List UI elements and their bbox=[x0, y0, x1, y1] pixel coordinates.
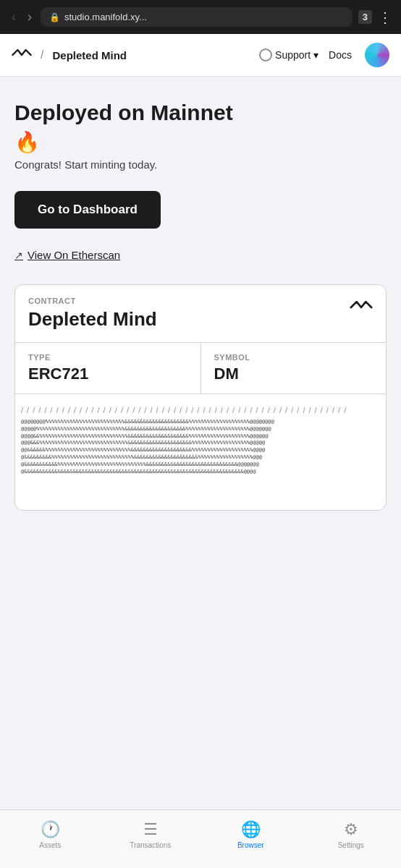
app-header: / Depleted Mind Support ▾ Docs bbox=[0, 34, 401, 77]
congrats-text: Congrats! Start minting today. bbox=[14, 158, 387, 171]
symbol-cell: SYMBOL DM bbox=[201, 343, 387, 393]
support-button[interactable]: Support ▾ bbox=[259, 48, 318, 61]
contract-details: TYPE ERC721 SYMBOL DM bbox=[15, 343, 386, 394]
manifold-logo bbox=[12, 48, 32, 62]
type-label: TYPE bbox=[28, 353, 187, 362]
transactions-label: Transactions bbox=[130, 841, 171, 849]
browser-label: Browser bbox=[237, 841, 264, 849]
contract-header: CONTRACT Depleted Mind bbox=[15, 285, 386, 343]
nav-item-assets[interactable]: 🕐Assets bbox=[0, 816, 101, 854]
tab-count[interactable]: 3 bbox=[358, 10, 372, 24]
nav-item-browser[interactable]: 🌐Browser bbox=[200, 816, 301, 854]
nav-item-settings[interactable]: ⚙Settings bbox=[301, 816, 402, 854]
transactions-icon: ☰ bbox=[143, 820, 158, 839]
fire-emoji: 🔥 bbox=[14, 130, 387, 154]
manifold-logo-card bbox=[350, 299, 373, 315]
project-name: Depleted Mind bbox=[52, 49, 127, 61]
type-cell: TYPE ERC721 bbox=[15, 343, 201, 393]
more-button[interactable]: ⋮ bbox=[378, 9, 392, 26]
support-label: Support bbox=[275, 49, 311, 61]
breadcrumb-separator: / bbox=[41, 48, 43, 61]
nav-item-transactions[interactable]: ☰Transactions bbox=[101, 816, 201, 854]
bottom-nav: 🕐Assets☰Transactions🌐Browser⚙Settings bbox=[0, 809, 401, 868]
symbol-label: SYMBOL bbox=[214, 353, 373, 362]
avatar bbox=[365, 43, 389, 67]
url-text: studio.manifold.xy... bbox=[64, 12, 147, 22]
globe-icon bbox=[259, 48, 272, 61]
type-value: ERC721 bbox=[28, 365, 187, 383]
browser-icon: 🌐 bbox=[241, 820, 261, 839]
assets-label: Assets bbox=[39, 841, 61, 849]
browser-chrome: ‹ › 🔒 studio.manifold.xy... 3 ⋮ bbox=[0, 0, 401, 34]
deployed-title: Deployed on Mainnet bbox=[14, 100, 387, 126]
ascii-divider: / / / / / / / / / / / / / / / / / / / / … bbox=[21, 406, 380, 414]
address-bar[interactable]: 🔒 studio.manifold.xy... bbox=[41, 7, 353, 27]
settings-label: Settings bbox=[338, 841, 364, 849]
contract-card: CONTRACT Depleted Mind TYPE ERC721 SYMBO… bbox=[14, 284, 387, 511]
docs-link[interactable]: Docs bbox=[329, 49, 352, 61]
settings-icon: ⚙ bbox=[344, 820, 358, 839]
external-link-icon: ↗ bbox=[14, 250, 23, 261]
back-button[interactable]: ‹ bbox=[9, 8, 19, 26]
contract-label: CONTRACT bbox=[28, 297, 157, 305]
etherscan-label: View On Etherscan bbox=[28, 249, 120, 261]
forward-button[interactable]: › bbox=[25, 8, 35, 26]
main-content: Deployed on Mainnet 🔥 Congrats! Start mi… bbox=[0, 77, 401, 809]
dashboard-button[interactable]: Go to Dashboard bbox=[14, 191, 161, 229]
contract-name: Depleted Mind bbox=[28, 308, 157, 331]
assets-icon: 🕐 bbox=[41, 820, 60, 839]
ascii-art: @@@@@@@@%%%%%%%%%%%%%%%%%%%%%%%%%%&&&&&&… bbox=[21, 419, 380, 475]
etherscan-link[interactable]: ↗ View On Etherscan bbox=[14, 249, 387, 261]
lock-icon: 🔒 bbox=[49, 12, 60, 22]
chevron-down-icon: ▾ bbox=[313, 49, 318, 61]
ascii-area: / / / / / / / / / / / / / / / / / / / / … bbox=[15, 394, 386, 510]
symbol-value: DM bbox=[214, 365, 373, 383]
